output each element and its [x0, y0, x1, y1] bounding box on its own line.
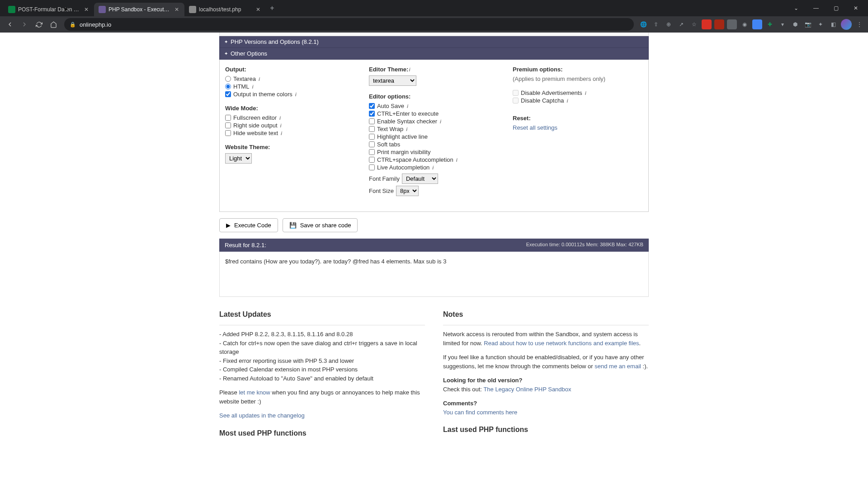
info-icon[interactable]: i [566, 98, 568, 103]
checkbox-input[interactable] [225, 130, 231, 136]
changelog-link[interactable]: See all updates in the changelog [219, 412, 305, 419]
share-icon[interactable]: ⇪ [651, 19, 661, 29]
text-wrap-option[interactable]: Text Wrapi [369, 126, 499, 132]
execute-code-button[interactable]: ▶ Execute Code [219, 218, 278, 232]
email-link[interactable]: send me an email [594, 363, 641, 370]
extension-icon[interactable] [702, 19, 712, 29]
minimize-icon[interactable]: — [807, 1, 826, 15]
checkbox-input[interactable] [369, 157, 375, 163]
reload-button[interactable] [33, 18, 45, 31]
close-icon[interactable]: ✕ [255, 6, 261, 13]
sidepanel-icon[interactable]: ◧ [828, 19, 838, 29]
output-textarea-option[interactable]: Textareai [225, 75, 355, 82]
send-icon[interactable]: ↗ [676, 19, 686, 29]
close-icon[interactable]: ✕ [83, 6, 90, 13]
checkbox-input[interactable] [369, 149, 375, 155]
profile-avatar[interactable] [841, 19, 852, 30]
checkbox-input[interactable] [369, 134, 375, 140]
info-icon[interactable]: i [252, 84, 253, 89]
new-tab-button[interactable]: + [266, 0, 278, 16]
back-button[interactable] [4, 18, 16, 31]
comments-link[interactable]: You can find comments here [443, 409, 517, 416]
chevron-down-icon[interactable]: ⌄ [787, 1, 806, 15]
page-viewport[interactable]: ✦ PHP Versions and Options (8.2.1) ✦ Oth… [0, 33, 868, 488]
read-about-link[interactable]: Read about how to use network functions … [484, 340, 639, 347]
info-icon[interactable]: i [259, 76, 260, 82]
print-margin-option[interactable]: Print margin visibility [369, 149, 499, 155]
extension-icon[interactable] [714, 19, 724, 29]
checkbox-input[interactable] [369, 164, 375, 170]
extensions-menu-icon[interactable]: ✦ [816, 19, 826, 29]
live-autocomplete-option[interactable]: Live Autocompletioni [369, 164, 499, 171]
highlight-line-option[interactable]: Highlight active line [369, 133, 499, 140]
right-side-output-option[interactable]: Right side outputi [225, 122, 355, 129]
extension-icon[interactable]: ⬢ [790, 19, 800, 29]
install-icon[interactable]: ⊕ [664, 19, 674, 29]
hide-website-text-option[interactable]: Hide website texti [225, 130, 355, 136]
home-button[interactable] [47, 18, 60, 31]
info-icon[interactable]: i [295, 92, 297, 97]
output-theme-colors-option[interactable]: Output in theme colorsi [225, 91, 355, 98]
maximize-icon[interactable]: ▢ [826, 1, 845, 15]
translate-icon[interactable]: 🌐 [638, 19, 648, 29]
forward-button[interactable] [18, 18, 31, 31]
info-icon[interactable]: i [279, 115, 281, 121]
auto-save-option[interactable]: Auto Savei [369, 103, 499, 109]
checkbox-input[interactable] [369, 111, 375, 117]
checkbox-input[interactable] [513, 90, 519, 96]
bookmark-icon[interactable]: ☆ [689, 19, 699, 29]
disable-ads-option[interactable]: Disable Advertisementsi [513, 89, 643, 96]
info-icon[interactable]: i [585, 90, 586, 96]
radio-input[interactable] [225, 76, 231, 82]
soft-tabs-option[interactable]: Soft tabs [369, 141, 499, 148]
output-html-option[interactable]: HTMLi [225, 83, 355, 90]
info-icon[interactable]: i [440, 119, 441, 124]
extension-icon[interactable]: ◉ [740, 19, 750, 29]
checkbox-input[interactable] [369, 126, 375, 132]
extension-icon[interactable] [752, 19, 762, 29]
close-window-icon[interactable]: ✕ [846, 1, 865, 15]
address-bar[interactable]: 🔒 onlinephp.io [64, 18, 634, 31]
info-icon[interactable]: i [456, 157, 458, 163]
website-theme-select[interactable]: Light [225, 153, 252, 164]
info-icon[interactable]: i [409, 67, 410, 72]
extension-icon[interactable] [727, 19, 737, 29]
extension-icon[interactable]: 📷 [803, 19, 813, 29]
info-icon[interactable]: i [281, 131, 282, 136]
font-family-select[interactable]: Default [402, 174, 438, 184]
legacy-sandbox-link[interactable]: The Legacy Online PHP Sandbox [483, 386, 571, 393]
syntax-checker-option[interactable]: Enable Syntax checkeri [369, 118, 499, 125]
checkbox-input[interactable] [369, 103, 375, 109]
info-icon[interactable]: i [432, 165, 434, 170]
tab-php-sandbox[interactable]: PHP Sandbox - Execute PHP cod ✕ [94, 3, 184, 16]
checkbox-input[interactable] [225, 91, 231, 97]
extension-icon[interactable]: ✚ [765, 19, 775, 29]
radio-input[interactable] [225, 84, 231, 89]
tab-post-formular[interactable]: POST-Formular Daten ve...beite ✕ [4, 3, 94, 16]
close-icon[interactable]: ✕ [174, 6, 180, 13]
editor-theme-select[interactable]: textarea [369, 75, 416, 86]
info-icon[interactable]: i [407, 103, 408, 109]
checkbox-input[interactable] [369, 118, 375, 124]
ctrl-enter-option[interactable]: CTRL+Enter to execute [369, 110, 499, 117]
php-versions-panel-header[interactable]: ✦ PHP Versions and Options (8.2.1) [219, 36, 649, 48]
checkbox-input[interactable] [513, 98, 519, 103]
premium-subtitle: (Applies to premium members only) [513, 75, 643, 82]
extension-icon[interactable]: ▾ [778, 19, 788, 29]
font-size-label: Font Size [369, 188, 394, 194]
info-icon[interactable]: i [406, 127, 407, 132]
other-options-panel-header[interactable]: ✦ Other Options [219, 48, 649, 60]
font-size-select[interactable]: 8px [396, 186, 419, 196]
checkbox-input[interactable] [225, 115, 231, 121]
disable-captcha-option[interactable]: Disable Captchai [513, 97, 643, 104]
menu-icon[interactable]: ⋮ [854, 19, 864, 29]
save-share-button[interactable]: 💾 Save or share code [283, 218, 358, 232]
checkbox-input[interactable] [225, 122, 231, 128]
tab-localhost[interactable]: localhost/test.php ✕ [184, 3, 266, 16]
reset-all-link[interactable]: Reset all settings [513, 124, 557, 131]
info-icon[interactable]: i [280, 123, 282, 128]
checkbox-input[interactable] [369, 141, 375, 147]
fullscreen-editor-option[interactable]: Fullscreen editori [225, 114, 355, 121]
let-me-know-link[interactable]: let me know [239, 389, 270, 396]
ctrl-space-autocomplete-option[interactable]: CTRL+space Autocompletioni [369, 156, 499, 163]
